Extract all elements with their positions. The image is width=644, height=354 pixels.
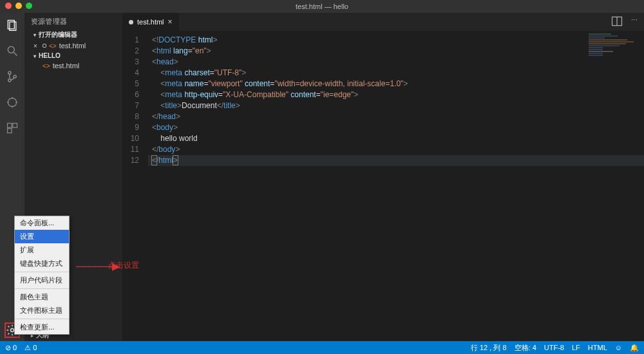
code-line[interactable]: <meta charset="UTF-8">	[148, 68, 644, 79]
minimap[interactable]	[589, 33, 640, 59]
titlebar: test.html — hello	[0, 0, 644, 13]
line-number: 11	[122, 144, 139, 155]
open-editors-section[interactable]: 打开的编辑器	[24, 29, 122, 41]
svg-rect-14	[8, 129, 12, 133]
menu-item[interactable]: 颜色主题	[15, 290, 69, 304]
debug-icon[interactable]	[5, 95, 19, 109]
status-spaces[interactable]: 空格: 4	[515, 343, 536, 353]
search-icon[interactable]	[5, 44, 19, 58]
tab-close-icon[interactable]: ×	[168, 17, 173, 26]
code-line[interactable]: </html>	[148, 155, 644, 166]
modified-dot-icon	[43, 44, 46, 48]
status-warnings[interactable]: ⚠ 0	[24, 344, 37, 352]
status-feedback-icon[interactable]: ☺	[615, 344, 622, 351]
line-number: 12	[122, 155, 139, 166]
svg-point-7	[8, 98, 16, 106]
tab-bar: test.html × ···	[122, 13, 644, 31]
min-dot[interactable]	[15, 3, 22, 9]
status-lang[interactable]: HTML	[588, 344, 607, 351]
line-number: 7	[122, 100, 139, 111]
code-line[interactable]: <meta name="viewport" content="width=dev…	[148, 79, 644, 89]
explorer-icon[interactable]	[5, 18, 19, 32]
status-bell-icon[interactable]: 🔔	[630, 344, 639, 352]
close-dot[interactable]	[5, 3, 12, 9]
code-line[interactable]: <html lang="en">	[148, 46, 644, 57]
code-line[interactable]: </head>	[148, 111, 644, 122]
menu-item[interactable]: 文件图标主题	[15, 304, 69, 317]
line-number: 5	[122, 79, 139, 89]
tab-label: test.html	[137, 18, 164, 26]
extensions-icon[interactable]	[5, 121, 19, 135]
svg-point-15	[11, 329, 14, 332]
code-line[interactable]: <body>	[148, 122, 644, 133]
svg-point-5	[8, 79, 11, 82]
menu-item[interactable]: 设置	[15, 230, 69, 243]
menu-item[interactable]: 检查更新...	[15, 321, 69, 334]
svg-rect-12	[8, 124, 12, 128]
menu-item[interactable]: 用户代码片段	[15, 274, 69, 287]
file-label: test.html	[53, 62, 80, 70]
split-editor-icon[interactable]	[611, 15, 623, 30]
code-line[interactable]: </body>	[148, 144, 644, 155]
status-ln-col[interactable]: 行 12 , 列 8	[471, 343, 507, 353]
html-file-icon: <>	[49, 42, 57, 50]
code-line[interactable]: <title>Document</title>	[148, 100, 644, 111]
tab-test-html[interactable]: test.html ×	[122, 13, 180, 31]
window-controls[interactable]	[5, 3, 32, 9]
line-number: 4	[122, 68, 139, 79]
svg-rect-13	[13, 124, 17, 128]
code-editor[interactable]: 123456789101112 <!DOCTYPE html><html lan…	[122, 31, 644, 166]
code-line[interactable]: hello world	[148, 133, 644, 144]
html-file-icon: <>	[43, 62, 50, 70]
code-line[interactable]: <meta http-equiv="X-UA-Compatible" conte…	[148, 89, 644, 100]
line-number: 3	[122, 57, 139, 68]
svg-line-3	[14, 53, 17, 56]
annotation-text: 点击设置	[108, 260, 139, 271]
workspace-section[interactable]: HELLO	[24, 51, 122, 61]
max-dot[interactable]	[26, 3, 32, 9]
line-number: 6	[122, 89, 139, 100]
file-item[interactable]: <> test.html	[24, 61, 122, 71]
code-line[interactable]: <!DOCTYPE html>	[148, 35, 644, 46]
svg-point-4	[8, 71, 11, 74]
line-number: 1	[122, 35, 139, 46]
scm-icon[interactable]	[5, 70, 19, 84]
status-bar: ⊘ 0 ⚠ 0 行 12 , 列 8 空格: 4 UTF-8 LF HTML ☺…	[0, 341, 644, 354]
status-errors[interactable]: ⊘ 0	[5, 344, 17, 352]
status-encoding[interactable]: UTF-8	[544, 344, 564, 351]
line-number: 8	[122, 111, 139, 122]
line-number: 2	[122, 46, 139, 57]
menu-item[interactable]: 键盘快捷方式	[15, 257, 69, 270]
dirty-indicator-icon	[129, 20, 133, 24]
menu-item[interactable]: 命令面板...	[15, 216, 69, 230]
code-line[interactable]: <head>	[148, 57, 644, 68]
close-icon[interactable]: ×	[33, 42, 39, 50]
menu-item[interactable]: 扩展	[15, 243, 69, 257]
status-eol[interactable]: LF	[572, 344, 580, 351]
settings-context-menu[interactable]: 命令面板...设置扩展键盘快捷方式用户代码片段颜色主题文件图标主题检查更新...	[14, 216, 70, 335]
svg-point-2	[8, 46, 14, 53]
sidebar-header: 资源管理器	[24, 13, 122, 29]
line-number: 9	[122, 122, 139, 133]
open-editor-item[interactable]: × <> test.html	[24, 41, 122, 51]
line-number: 10	[122, 133, 139, 144]
more-actions-icon[interactable]: ···	[631, 15, 638, 30]
file-label: test.html	[59, 42, 86, 50]
editor-area: test.html × ··· 123456789101112 <!DOCTYP…	[122, 13, 644, 341]
